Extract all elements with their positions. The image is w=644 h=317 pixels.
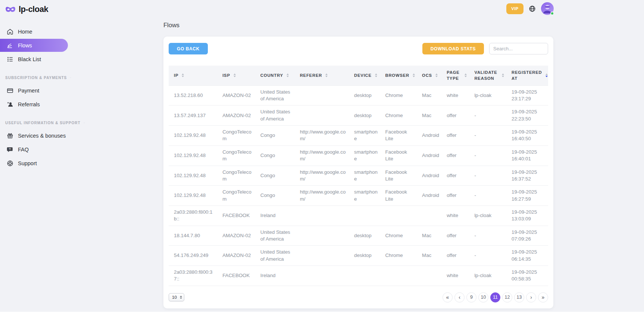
table-cell — [295, 246, 349, 266]
table-cell: CongoTelecom — [217, 145, 255, 166]
app-name: lp-cloak — [19, 4, 48, 14]
pagination-page-9[interactable]: 9 — [466, 292, 476, 302]
table-cell: 19-09-2025 16:40:50 — [506, 126, 548, 146]
table-cell: 19-09-2025 23:17:29 — [506, 85, 548, 106]
table-cell: http://www.google.com/ — [295, 126, 349, 146]
column-header-registered-at[interactable]: REGISTERED AT — [506, 66, 548, 85]
page-title: Flows — [163, 22, 553, 29]
table-cell: white — [441, 266, 469, 286]
sidebar-item-label: Referrals — [18, 101, 40, 107]
pagination-page-10[interactable]: 10 — [478, 292, 488, 302]
search-input[interactable] — [489, 43, 548, 54]
pagination-page-13[interactable]: 13 — [514, 292, 524, 302]
column-header-ip[interactable]: IP — [169, 66, 217, 85]
table-row: 2a03:2880:f800:1b::FACEBOOKIrelandwhitel… — [169, 205, 548, 226]
table-cell: CongoTelecom — [217, 166, 255, 186]
table-cell: desktop — [349, 85, 380, 106]
sidebar-item-services[interactable]: Services & bonuses — [0, 129, 75, 142]
sidebar-item-home[interactable]: Home — [0, 25, 75, 38]
table-cell: 54.176.249.249 — [169, 246, 217, 266]
column-header-isp[interactable]: ISP — [217, 66, 255, 85]
logo[interactable]: lp-cloak — [0, 4, 75, 14]
table-cell — [380, 205, 417, 226]
sidebar-item-flows[interactable]: Flows — [0, 39, 68, 52]
table-cell: United States of America — [255, 226, 295, 246]
table-cell: Android — [417, 126, 441, 146]
table-cell: Chrome — [380, 106, 417, 126]
column-header-referer[interactable]: REFERER — [295, 66, 349, 85]
table-cell: Facebook Lite — [380, 166, 417, 186]
faq-bubble-icon: ?! — [7, 146, 13, 153]
table-cell: desktop — [349, 246, 380, 266]
sidebar: lp-cloak Home Flows Black List SUBSCRIPT… — [0, 0, 75, 317]
column-header-validate-reason[interactable]: VALIDATE REASON — [469, 66, 506, 85]
table-cell: 13.57.249.137 — [169, 106, 217, 126]
card-footer: 10 «‹910111213›» — [169, 286, 548, 302]
vip-button[interactable]: VIP — [506, 3, 523, 14]
table-row: 2a03:2880:f800:37::FACEBOOKIrelandwhitel… — [169, 266, 548, 286]
sidebar-item-label: Home — [18, 29, 32, 35]
table-cell: 18.144.7.80 — [169, 226, 217, 246]
table-cell: - — [469, 106, 506, 126]
svg-text:?!: ?! — [9, 148, 11, 150]
table-cell: 102.129.92.48 — [169, 166, 217, 186]
sort-icon — [502, 73, 504, 77]
globe-icon[interactable] — [529, 5, 536, 12]
pagination-last[interactable]: » — [538, 292, 548, 302]
page-size-select[interactable]: 10 — [169, 293, 184, 301]
table-cell: 13.52.218.60 — [169, 85, 217, 106]
pagination-next[interactable]: › — [526, 292, 536, 302]
flows-icon — [7, 42, 13, 49]
pagination-page-12[interactable]: 12 — [502, 292, 512, 302]
column-header-page-type[interactable]: PAGE TYPE — [441, 66, 469, 85]
table-cell: offer — [441, 106, 469, 126]
download-stats-button[interactable]: DOWNLOAD STATS — [422, 43, 484, 54]
table-cell: lp-cloak — [469, 266, 506, 286]
table-cell: AMAZON-02 — [217, 85, 255, 106]
table-cell: Android — [417, 166, 441, 186]
column-header-ocs[interactable]: OCS — [417, 66, 441, 85]
sidebar-item-label: Support — [18, 160, 37, 166]
sidebar-item-payment[interactable]: Payment — [0, 84, 75, 97]
table-cell: Chrome — [380, 85, 417, 106]
table-cell: offer — [441, 186, 469, 206]
sidebar-item-black-list[interactable]: Black List — [0, 52, 75, 66]
column-header-device[interactable]: DEVICE — [349, 66, 380, 85]
table-cell: 19-09-2025 16:37:52 — [506, 166, 548, 186]
table-cell: white — [441, 205, 469, 226]
pagination-first[interactable]: « — [443, 292, 453, 302]
sort-icon — [287, 73, 289, 77]
column-header-browser[interactable]: BROWSER — [380, 66, 417, 85]
table-cell: Congo — [255, 186, 295, 206]
table-cell: 19-09-2025 06:14:35 — [506, 246, 548, 266]
list-icon — [7, 56, 13, 63]
bottom-scrollbar-track[interactable] — [0, 312, 644, 317]
sidebar-item-label: FAQ — [18, 147, 29, 153]
table-cell: 19-09-2025 13:03:09 — [506, 205, 548, 226]
table-cell: desktop — [349, 226, 380, 246]
table-cell: http://www.google.com/ — [295, 166, 349, 186]
table-cell: United States of America — [255, 106, 295, 126]
avatar[interactable] — [541, 2, 554, 15]
table-cell: offer — [441, 166, 469, 186]
sort-icon — [325, 73, 328, 77]
table-header-row: IP ISP COUNTRY REFERER DEVICE BROWSER OC… — [169, 66, 548, 85]
table-cell: smartphone — [349, 166, 380, 186]
sidebar-item-faq[interactable]: ?! FAQ — [0, 142, 75, 156]
table-cell: AMAZON-02 — [217, 106, 255, 126]
table-cell: Facebook Lite — [380, 126, 417, 146]
topbar-actions: VIP — [506, 2, 554, 15]
table-cell — [295, 266, 349, 286]
table-cell: - — [469, 246, 506, 266]
pagination-page-11[interactable]: 11 — [490, 292, 500, 302]
pagination: «‹910111213›» — [443, 292, 548, 302]
column-header-country[interactable]: COUNTRY — [255, 66, 295, 85]
table-cell: smartphone — [349, 145, 380, 166]
table-cell: - — [469, 145, 506, 166]
pagination-prev[interactable]: ‹ — [454, 292, 465, 302]
sidebar-item-support[interactable]: Support — [0, 156, 75, 170]
table-cell — [295, 106, 349, 126]
go-back-button[interactable]: GO BACK — [169, 43, 208, 54]
sidebar-item-referrals[interactable]: Referrals — [0, 97, 75, 111]
sort-icon — [413, 73, 415, 77]
